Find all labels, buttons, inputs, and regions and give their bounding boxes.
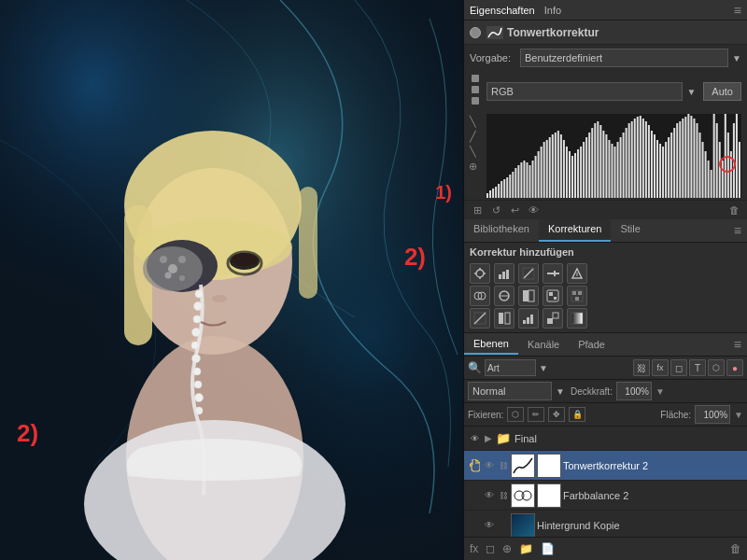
panel-menu-properties[interactable]: ≡ xyxy=(734,3,741,18)
channel-dropdown-arrow: ▼ xyxy=(686,87,696,97)
svg-rect-127 xyxy=(486,114,741,198)
layer-filter-toggle[interactable]: ● xyxy=(726,359,743,376)
layer-tool-fx[interactable]: fx xyxy=(652,359,669,376)
lock-all[interactable]: 🔒 xyxy=(569,407,585,422)
visibility-icon[interactable]: 👁 xyxy=(526,203,541,217)
posterize-icon xyxy=(522,312,535,325)
channel-select[interactable]: RGB xyxy=(486,82,683,101)
group-triangle[interactable]: ▶ xyxy=(485,433,492,443)
layer-row-hintergrund[interactable]: 👁 Hintergrund Kopie xyxy=(464,511,747,537)
add-style-btn[interactable]: fx xyxy=(468,540,480,557)
corr-icon-invert[interactable] xyxy=(494,308,514,329)
expand-icon[interactable]: ⊞ xyxy=(470,203,485,217)
corr-icon-gradient[interactable] xyxy=(567,308,587,329)
tab-info[interactable]: Info xyxy=(544,5,561,16)
layer-link-icon-farb[interactable]: ⛓ xyxy=(498,491,509,500)
corr-icon-colorbalance[interactable] xyxy=(494,286,514,306)
layer-row-farbbalance[interactable]: 👁 ⛓ Farbbalance 2 xyxy=(464,481,747,511)
svg-point-16 xyxy=(165,273,172,279)
layer-tool-mask[interactable]: ◻ xyxy=(670,359,687,376)
layer-link-icon-tonwert[interactable]: ⛓ xyxy=(498,461,509,470)
fill-arrow[interactable]: ▼ xyxy=(734,410,743,420)
corr-icon-threshold[interactable] xyxy=(543,308,563,329)
hist-tool-1[interactable]: ╲ xyxy=(466,116,479,128)
delete-layer-btn[interactable]: 🗑 xyxy=(728,540,743,557)
svg-line-157 xyxy=(474,313,486,324)
layer-group-final[interactable]: 👁 ▶ 📁 Final xyxy=(464,427,747,451)
delete-icon[interactable]: 🗑 xyxy=(726,203,741,217)
new-layer-btn[interactable]: 📄 xyxy=(539,540,557,557)
corr-icon-vibrance[interactable] xyxy=(567,263,587,284)
corr-icon-brightness[interactable] xyxy=(470,263,490,284)
corrections-panel-menu[interactable]: ≡ xyxy=(728,219,747,242)
group-vis-eye[interactable]: 👁 xyxy=(468,434,481,443)
tab-ebenen[interactable]: Ebenen xyxy=(464,334,518,355)
lock-transparent[interactable]: ⬡ xyxy=(507,407,524,422)
svg-rect-165 xyxy=(571,313,583,324)
tab-stile[interactable]: Stile xyxy=(611,219,649,242)
svg-point-25 xyxy=(194,381,202,388)
tab-korrekturen[interactable]: Korrekturen xyxy=(539,219,611,242)
layer-vis-eye-farb[interactable]: 👁 xyxy=(483,490,496,500)
eyedropper-tools xyxy=(470,73,481,110)
lock-paint[interactable]: ✏ xyxy=(528,407,544,422)
svg-point-22 xyxy=(191,342,199,349)
preset-select[interactable]: Benutzerdefiniert xyxy=(520,49,728,67)
layer-row-tonwert[interactable]: 👁 ⛓ Tonwertkorrektur 2 xyxy=(464,451,747,481)
properties-tab-bar: Eigenschaften Info ≡ xyxy=(464,0,747,21)
new-fill-btn[interactable]: ⊕ xyxy=(500,540,514,557)
svg-rect-138 xyxy=(552,273,554,274)
properties-section-header: Tonwertkorrektur xyxy=(464,21,747,45)
hist-tool-4[interactable]: ⊕ xyxy=(466,161,479,173)
layer-tool-type[interactable]: T xyxy=(689,359,706,376)
layer-vis-eye-hinter[interactable]: 👁 xyxy=(483,520,496,530)
corr-icon-colorlookup[interactable] xyxy=(470,308,490,329)
new-group-btn[interactable]: 📁 xyxy=(517,540,535,557)
hand-icon xyxy=(469,459,480,472)
visibility-toggle[interactable] xyxy=(470,27,481,38)
svg-rect-135 xyxy=(506,270,509,279)
layers-section: Ebenen Kanäle Pfade ≡ 🔍 Art ▼ ⛓ fx ◻ T ⬡ xyxy=(464,333,747,560)
reset-icon[interactable]: ↺ xyxy=(488,203,503,217)
layer-extra-tools: ⛓ fx ◻ T ⬡ ● xyxy=(633,359,743,376)
corr-icon-bw[interactable] xyxy=(518,286,539,306)
curves-icon xyxy=(486,26,503,39)
hist-tool-3[interactable]: ╲ xyxy=(466,146,479,158)
layer-filter-select[interactable]: Art xyxy=(485,359,536,376)
add-mask-btn[interactable]: ◻ xyxy=(484,540,497,557)
tab-bibliotheken[interactable]: Bibliotheken xyxy=(464,219,539,242)
layer-name-farbbalance: Farbbalance 2 xyxy=(563,490,743,501)
svg-rect-134 xyxy=(502,272,505,279)
filter-search-icon: 🔍 xyxy=(468,361,482,374)
corr-icon-posterize[interactable] xyxy=(518,308,539,329)
tab-eigenschaften[interactable]: Eigenschaften xyxy=(470,5,535,16)
corr-icon-hsl[interactable] xyxy=(470,286,490,306)
svg-point-23 xyxy=(192,355,201,363)
corr-icon-levels[interactable] xyxy=(494,263,514,284)
svg-rect-153 xyxy=(572,291,576,295)
lock-move[interactable]: ✥ xyxy=(548,407,565,422)
tab-kanaele[interactable]: Kanäle xyxy=(518,335,569,354)
layers-panel-menu[interactable]: ≡ xyxy=(728,333,747,356)
opacity-arrow[interactable]: ▼ xyxy=(655,386,665,397)
blend-mode-select[interactable]: Normal xyxy=(468,382,552,400)
svg-rect-33 xyxy=(472,75,479,82)
svg-rect-154 xyxy=(578,291,582,295)
opacity-input[interactable] xyxy=(616,382,652,400)
right-panel: Eigenschaften Info ≡ Tonwertkorrektur Vo… xyxy=(463,0,747,560)
hist-tool-2[interactable]: ╱ xyxy=(466,131,479,143)
layer-tool-smart[interactable]: ⬡ xyxy=(708,359,725,376)
fill-input[interactable] xyxy=(695,405,730,424)
brightness-icon xyxy=(473,267,486,280)
undo-icon[interactable]: ↩ xyxy=(507,203,522,217)
bw-icon xyxy=(522,289,535,302)
filter-dropdown-arrow: ▼ xyxy=(539,363,548,373)
layer-vis-eye-tonwert[interactable]: 👁 xyxy=(483,460,496,470)
corr-icon-photofilter[interactable] xyxy=(543,286,563,306)
tab-pfade[interactable]: Pfade xyxy=(569,335,614,354)
layer-tool-link[interactable]: ⛓ xyxy=(633,359,650,376)
corr-icon-channelmixer[interactable] xyxy=(567,286,587,306)
auto-button[interactable]: Auto xyxy=(703,82,741,101)
corr-icon-exposure[interactable] xyxy=(543,263,563,284)
corr-icon-curves[interactable] xyxy=(518,263,539,284)
